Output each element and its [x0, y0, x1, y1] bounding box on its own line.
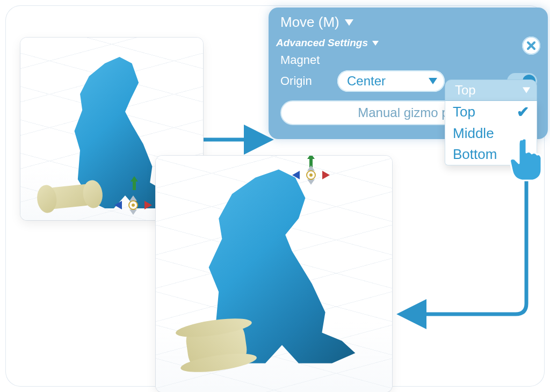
up-arrow-icon — [131, 176, 138, 190]
panel-title: Move (M) — [280, 14, 339, 31]
advanced-settings-label: Advanced Settings — [276, 37, 368, 49]
viewport-after — [156, 156, 392, 392]
svg-marker-2 — [144, 201, 152, 209]
option-top[interactable]: Top ✔ — [445, 101, 537, 123]
close-button[interactable] — [522, 37, 540, 55]
pointer-hand-icon — [506, 136, 545, 183]
close-icon — [526, 40, 537, 51]
svg-marker-1 — [114, 201, 122, 209]
chevron-down-icon — [429, 78, 437, 84]
svg-marker-8 — [322, 171, 330, 179]
svg-marker-9 — [307, 165, 315, 171]
move-gizmo-icon — [114, 195, 152, 215]
advanced-settings-header[interactable]: Advanced Settings — [269, 35, 548, 50]
model-bone — [43, 183, 97, 210]
vertical-origin-value: Top — [455, 83, 476, 98]
svg-point-12 — [309, 173, 313, 177]
panel-header[interactable]: Move (M) — [269, 8, 548, 35]
option-label: Bottom — [453, 146, 497, 163]
chevron-down-icon — [372, 41, 379, 46]
manual-gizmo-label: Manual gizmo p — [358, 105, 448, 120]
chevron-down-icon — [523, 88, 530, 93]
svg-marker-4 — [129, 209, 137, 215]
check-icon: ✔ — [517, 103, 529, 121]
origin-select-value: Center — [347, 74, 386, 89]
magnet-label: Magnet — [280, 53, 329, 67]
tutorial-canvas: Move (M) Advanced Settings Magnet Origin… — [5, 5, 545, 387]
move-gizmo-icon — [292, 165, 330, 185]
vertical-origin-select-head[interactable]: Top — [445, 79, 537, 101]
svg-point-6 — [132, 204, 135, 207]
move-tool-panel: Move (M) Advanced Settings Magnet Origin… — [269, 8, 548, 139]
svg-marker-3 — [129, 195, 137, 201]
origin-select[interactable]: Center — [337, 70, 445, 92]
option-label: Top — [453, 104, 475, 120]
origin-label: Origin — [280, 74, 329, 88]
option-label: Middle — [453, 125, 494, 142]
model-bone — [184, 322, 248, 369]
svg-marker-10 — [307, 179, 315, 185]
flow-arrow-down — [392, 164, 550, 325]
vertical-origin-select[interactable]: Top Top ✔ Middle Bottom — [445, 79, 537, 101]
chevron-down-icon — [345, 19, 353, 26]
flow-arrow-right — [203, 124, 273, 156]
